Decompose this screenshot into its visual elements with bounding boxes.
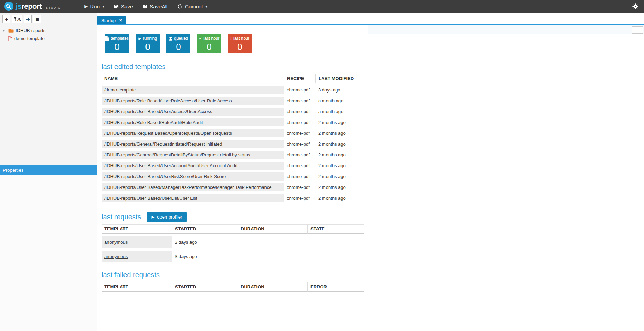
commit-label: Commit: [185, 3, 203, 9]
template-row[interactable]: /IDHUB-reports/General/RequestDetailBySt…: [102, 151, 364, 159]
open-profiler-label: open profiler: [157, 214, 182, 220]
stat-label: running: [143, 36, 157, 41]
hourglass-icon: [169, 37, 172, 41]
column-header-name: NAME: [102, 74, 284, 83]
preview-pane: ...: [368, 25, 644, 331]
template-row[interactable]: /IDHUB-reports/User Based/ManagerTaskPer…: [102, 183, 364, 191]
template-name-cell[interactable]: /IDHUB-reports/Role Based/UserRoleAccess…: [102, 97, 284, 105]
saveall-button[interactable]: SaveAll: [138, 0, 172, 13]
template-recipe-cell: chrome-pdf: [284, 97, 315, 105]
stat-value: 0: [237, 42, 242, 51]
floppy-icon: [114, 4, 119, 9]
template-recipe-cell: chrome-pdf: [284, 118, 315, 126]
column-header-template: TEMPLATE: [102, 282, 172, 292]
tree-item-demo-template[interactable]: demo-template: [0, 35, 97, 43]
template-row[interactable]: /IDHUB-reports/User Based/UserAccess/Use…: [102, 108, 364, 116]
column-header-duration: DURATION: [238, 224, 307, 234]
tree-item-idhub-reports[interactable]: ▸ IDHUB-reports: [0, 27, 97, 35]
request-row[interactable]: anonymous 3 days ago: [102, 251, 364, 262]
settings-button[interactable]: [631, 2, 640, 11]
template-name-cell[interactable]: /IDHUB-reports/General/RequestDetailBySt…: [102, 151, 284, 159]
column-header-state: STATE: [307, 224, 364, 234]
template-recipe-cell: chrome-pdf: [284, 172, 315, 181]
stat-value: 0: [207, 42, 211, 51]
properties-header[interactable]: Properties: [0, 166, 97, 175]
template-name-cell[interactable]: /IDHUB-reports/General/RequestInitiated/…: [102, 140, 284, 148]
template-row[interactable]: /IDHUB-reports/Role Based/UserRoleAccess…: [102, 97, 364, 105]
folder-icon: [8, 29, 14, 33]
section-title-last-requests: last requests: [102, 213, 141, 221]
tab-label: Startup: [101, 18, 116, 23]
template-modified-cell: 2 months ago: [315, 118, 364, 126]
template-row[interactable]: /IDHUB-reports/Request Based/OpenRequest…: [102, 129, 364, 137]
plus-icon: +: [5, 16, 8, 22]
column-header-error: ERROR: [307, 282, 364, 292]
column-header-recipe: RECIPE: [284, 74, 315, 83]
template-row[interactable]: /IDHUB-reports/User Based/UserList/User …: [102, 194, 364, 202]
stat-label: templates: [111, 36, 129, 41]
request-row[interactable]: anonymous 3 days ago: [102, 236, 364, 248]
section-title-last-failed-requests: last failed requests: [102, 271, 367, 279]
request-template-link[interactable]: anonymous: [104, 240, 128, 245]
open-profiler-button[interactable]: ▶ open profiler: [147, 212, 187, 222]
entity-tree: ▸ IDHUB-reports demo-template: [0, 27, 97, 43]
request-template-link[interactable]: anonymous: [104, 254, 128, 259]
hamburger-icon: ≡: [35, 16, 39, 22]
collapse-tree-button[interactable]: [24, 15, 32, 23]
template-recipe-cell: chrome-pdf: [284, 140, 315, 148]
template-name-cell[interactable]: /IDHUB-reports/User Based/UserList/User …: [102, 194, 284, 202]
template-modified-cell: 2 months ago: [315, 151, 364, 159]
template-name-cell[interactable]: /IDHUB-reports/Role Based/RoleAudit/Role…: [102, 118, 284, 126]
stat-failed-last-hour: ! last hour 0: [228, 34, 252, 53]
column-header-duration: DURATION: [238, 282, 307, 292]
preview-toolbar: ...: [368, 25, 644, 34]
tab-startup[interactable]: Startup ✖: [97, 16, 126, 24]
template-row[interactable]: /IDHUB-reports/User Based/UserAccountAud…: [102, 162, 364, 170]
save-label: Save: [121, 3, 133, 9]
request-duration-cell: [238, 236, 307, 248]
template-row[interactable]: /demo-template chrome-pdf 3 days ago: [102, 86, 364, 94]
template-modified-cell: a month ago: [315, 97, 364, 105]
template-row[interactable]: /IDHUB-reports/General/RequestInitiated/…: [102, 140, 364, 148]
template-recipe-cell: chrome-pdf: [284, 86, 315, 94]
app-logo[interactable]: jsreport STUDIO: [4, 2, 61, 11]
template-row[interactable]: /IDHUB-reports/Role Based/RoleAudit/Role…: [102, 118, 364, 126]
tab-close-icon[interactable]: ✖: [119, 18, 122, 23]
templates-table: NAME RECIPE LAST MODIFIED /demo-template…: [102, 71, 364, 205]
gear-icon: [632, 3, 638, 9]
tab-strip: Startup ✖: [97, 13, 644, 25]
template-recipe-cell: chrome-pdf: [284, 151, 315, 159]
template-name-cell[interactable]: /IDHUB-reports/User Based/ManagerTaskPer…: [102, 183, 284, 191]
template-name-cell[interactable]: /demo-template: [102, 86, 284, 94]
template-name-cell[interactable]: /IDHUB-reports/User Based/UserRiskScore/…: [102, 172, 284, 181]
filter-by-name-button[interactable]: A: [12, 15, 22, 23]
stat-success-last-hour: ✔ last hour 0: [197, 34, 221, 53]
brand-report: report: [22, 2, 42, 10]
template-name-cell[interactable]: /IDHUB-reports/User Based/UserAccess/Use…: [102, 108, 284, 116]
save-button[interactable]: Save: [109, 0, 138, 13]
play-icon: ▶: [138, 37, 141, 41]
sidebar: + A ≡ ▸ IDHUB-reports: [0, 13, 97, 331]
stat-value: 0: [176, 42, 181, 51]
stat-running: ▶ running 0: [136, 34, 160, 53]
template-modified-cell: 3 days ago: [315, 86, 364, 94]
template-row[interactable]: /IDHUB-reports/User Based/UserRiskScore/…: [102, 172, 364, 181]
preview-menu-button[interactable]: ...: [632, 26, 643, 34]
play-icon: ▶: [84, 4, 88, 9]
template-recipe-cell: chrome-pdf: [284, 162, 315, 170]
commit-button[interactable]: Commit ▾: [172, 0, 212, 13]
template-file-icon: [8, 36, 12, 41]
chevron-down-icon: ▾: [102, 4, 104, 9]
template-modified-cell: 2 months ago: [315, 172, 364, 181]
tree-menu-button[interactable]: ≡: [33, 15, 41, 23]
template-name-cell[interactable]: /IDHUB-reports/User Based/UserAccountAud…: [102, 162, 284, 170]
stat-value: 0: [114, 42, 119, 51]
startup-page: templates 0 ▶ running 0 queued 0 ✔ las: [97, 25, 367, 331]
history-icon: [177, 4, 182, 9]
request-template-cell: anonymous: [102, 236, 172, 248]
add-entity-button[interactable]: +: [2, 15, 10, 23]
properties-panel: [0, 175, 97, 331]
template-name-cell[interactable]: /IDHUB-reports/Request Based/OpenRequest…: [102, 129, 284, 137]
run-button[interactable]: ▶ Run ▾: [80, 0, 109, 13]
column-header-started: STARTED: [172, 282, 238, 292]
